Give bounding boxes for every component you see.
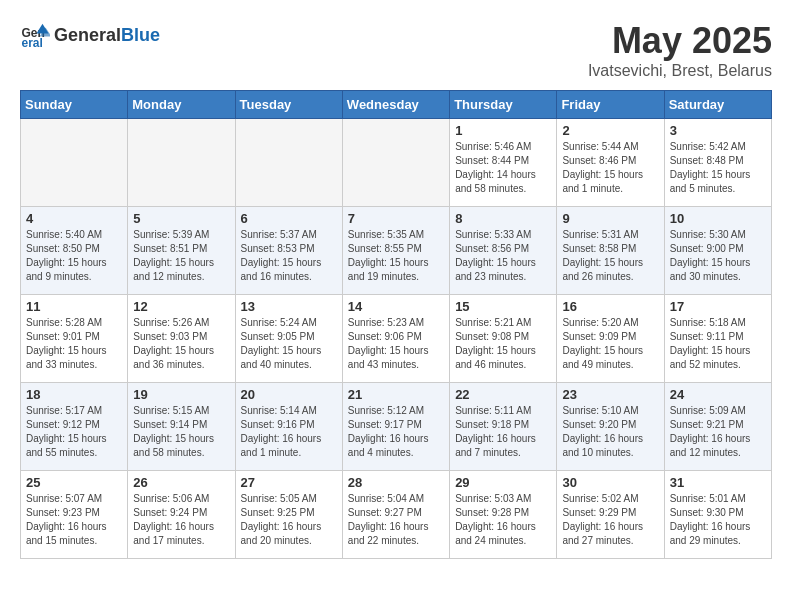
day-number: 4 [26, 211, 122, 226]
day-number: 19 [133, 387, 229, 402]
day-number: 13 [241, 299, 337, 314]
calendar-day-cell: 25Sunrise: 5:07 AM Sunset: 9:23 PM Dayli… [21, 471, 128, 559]
day-number: 30 [562, 475, 658, 490]
day-number: 28 [348, 475, 444, 490]
day-number: 27 [241, 475, 337, 490]
calendar-day-cell: 6Sunrise: 5:37 AM Sunset: 8:53 PM Daylig… [235, 207, 342, 295]
calendar-week-row: 1Sunrise: 5:46 AM Sunset: 8:44 PM Daylig… [21, 119, 772, 207]
day-info: Sunrise: 5:35 AM Sunset: 8:55 PM Dayligh… [348, 228, 444, 284]
day-info: Sunrise: 5:39 AM Sunset: 8:51 PM Dayligh… [133, 228, 229, 284]
calendar-week-row: 25Sunrise: 5:07 AM Sunset: 9:23 PM Dayli… [21, 471, 772, 559]
calendar-header: SundayMondayTuesdayWednesdayThursdayFrid… [21, 91, 772, 119]
day-info: Sunrise: 5:21 AM Sunset: 9:08 PM Dayligh… [455, 316, 551, 372]
calendar-day-cell: 2Sunrise: 5:44 AM Sunset: 8:46 PM Daylig… [557, 119, 664, 207]
calendar-day-cell: 14Sunrise: 5:23 AM Sunset: 9:06 PM Dayli… [342, 295, 449, 383]
calendar-week-row: 11Sunrise: 5:28 AM Sunset: 9:01 PM Dayli… [21, 295, 772, 383]
logo-icon: Gen eral [20, 20, 50, 50]
day-info: Sunrise: 5:26 AM Sunset: 9:03 PM Dayligh… [133, 316, 229, 372]
calendar-day-cell: 18Sunrise: 5:17 AM Sunset: 9:12 PM Dayli… [21, 383, 128, 471]
day-info: Sunrise: 5:23 AM Sunset: 9:06 PM Dayligh… [348, 316, 444, 372]
weekday-header-row: SundayMondayTuesdayWednesdayThursdayFrid… [21, 91, 772, 119]
calendar-day-cell: 22Sunrise: 5:11 AM Sunset: 9:18 PM Dayli… [450, 383, 557, 471]
calendar-day-cell: 20Sunrise: 5:14 AM Sunset: 9:16 PM Dayli… [235, 383, 342, 471]
day-number: 12 [133, 299, 229, 314]
day-info: Sunrise: 5:10 AM Sunset: 9:20 PM Dayligh… [562, 404, 658, 460]
day-number: 18 [26, 387, 122, 402]
page-header: Gen eral GeneralBlue May 2025 Ivatsevich… [20, 20, 772, 80]
title-block: May 2025 Ivatsevichi, Brest, Belarus [588, 20, 772, 80]
calendar-day-cell: 26Sunrise: 5:06 AM Sunset: 9:24 PM Dayli… [128, 471, 235, 559]
calendar-day-cell: 21Sunrise: 5:12 AM Sunset: 9:17 PM Dayli… [342, 383, 449, 471]
day-info: Sunrise: 5:09 AM Sunset: 9:21 PM Dayligh… [670, 404, 766, 460]
calendar-day-cell: 13Sunrise: 5:24 AM Sunset: 9:05 PM Dayli… [235, 295, 342, 383]
calendar-day-cell: 24Sunrise: 5:09 AM Sunset: 9:21 PM Dayli… [664, 383, 771, 471]
day-info: Sunrise: 5:18 AM Sunset: 9:11 PM Dayligh… [670, 316, 766, 372]
day-info: Sunrise: 5:11 AM Sunset: 9:18 PM Dayligh… [455, 404, 551, 460]
day-number: 20 [241, 387, 337, 402]
day-info: Sunrise: 5:17 AM Sunset: 9:12 PM Dayligh… [26, 404, 122, 460]
logo-blue-text: Blue [121, 25, 160, 45]
day-info: Sunrise: 5:42 AM Sunset: 8:48 PM Dayligh… [670, 140, 766, 196]
day-number: 14 [348, 299, 444, 314]
day-info: Sunrise: 5:03 AM Sunset: 9:28 PM Dayligh… [455, 492, 551, 548]
calendar-week-row: 18Sunrise: 5:17 AM Sunset: 9:12 PM Dayli… [21, 383, 772, 471]
logo: Gen eral GeneralBlue [20, 20, 160, 50]
day-number: 7 [348, 211, 444, 226]
calendar-day-cell: 28Sunrise: 5:04 AM Sunset: 9:27 PM Dayli… [342, 471, 449, 559]
calendar-table: SundayMondayTuesdayWednesdayThursdayFrid… [20, 90, 772, 559]
calendar-day-cell: 7Sunrise: 5:35 AM Sunset: 8:55 PM Daylig… [342, 207, 449, 295]
weekday-header-saturday: Saturday [664, 91, 771, 119]
weekday-header-monday: Monday [128, 91, 235, 119]
day-number: 15 [455, 299, 551, 314]
calendar-day-cell: 9Sunrise: 5:31 AM Sunset: 8:58 PM Daylig… [557, 207, 664, 295]
calendar-week-row: 4Sunrise: 5:40 AM Sunset: 8:50 PM Daylig… [21, 207, 772, 295]
calendar-day-cell: 23Sunrise: 5:10 AM Sunset: 9:20 PM Dayli… [557, 383, 664, 471]
calendar-day-cell: 1Sunrise: 5:46 AM Sunset: 8:44 PM Daylig… [450, 119, 557, 207]
day-info: Sunrise: 5:14 AM Sunset: 9:16 PM Dayligh… [241, 404, 337, 460]
day-number: 1 [455, 123, 551, 138]
day-info: Sunrise: 5:07 AM Sunset: 9:23 PM Dayligh… [26, 492, 122, 548]
day-number: 22 [455, 387, 551, 402]
day-info: Sunrise: 5:24 AM Sunset: 9:05 PM Dayligh… [241, 316, 337, 372]
day-info: Sunrise: 5:12 AM Sunset: 9:17 PM Dayligh… [348, 404, 444, 460]
day-number: 29 [455, 475, 551, 490]
weekday-header-sunday: Sunday [21, 91, 128, 119]
day-number: 10 [670, 211, 766, 226]
calendar-day-cell: 27Sunrise: 5:05 AM Sunset: 9:25 PM Dayli… [235, 471, 342, 559]
day-number: 23 [562, 387, 658, 402]
location-subtitle: Ivatsevichi, Brest, Belarus [588, 62, 772, 80]
day-number: 2 [562, 123, 658, 138]
day-number: 5 [133, 211, 229, 226]
month-year-title: May 2025 [588, 20, 772, 62]
calendar-day-cell [235, 119, 342, 207]
calendar-day-cell: 19Sunrise: 5:15 AM Sunset: 9:14 PM Dayli… [128, 383, 235, 471]
calendar-day-cell: 30Sunrise: 5:02 AM Sunset: 9:29 PM Dayli… [557, 471, 664, 559]
calendar-day-cell: 31Sunrise: 5:01 AM Sunset: 9:30 PM Dayli… [664, 471, 771, 559]
weekday-header-tuesday: Tuesday [235, 91, 342, 119]
calendar-day-cell: 12Sunrise: 5:26 AM Sunset: 9:03 PM Dayli… [128, 295, 235, 383]
day-info: Sunrise: 5:01 AM Sunset: 9:30 PM Dayligh… [670, 492, 766, 548]
day-number: 8 [455, 211, 551, 226]
calendar-day-cell [128, 119, 235, 207]
day-number: 24 [670, 387, 766, 402]
day-info: Sunrise: 5:20 AM Sunset: 9:09 PM Dayligh… [562, 316, 658, 372]
day-number: 31 [670, 475, 766, 490]
svg-text:eral: eral [22, 36, 43, 50]
day-info: Sunrise: 5:40 AM Sunset: 8:50 PM Dayligh… [26, 228, 122, 284]
day-info: Sunrise: 5:31 AM Sunset: 8:58 PM Dayligh… [562, 228, 658, 284]
day-info: Sunrise: 5:28 AM Sunset: 9:01 PM Dayligh… [26, 316, 122, 372]
day-info: Sunrise: 5:06 AM Sunset: 9:24 PM Dayligh… [133, 492, 229, 548]
day-info: Sunrise: 5:02 AM Sunset: 9:29 PM Dayligh… [562, 492, 658, 548]
day-number: 25 [26, 475, 122, 490]
day-number: 9 [562, 211, 658, 226]
day-number: 21 [348, 387, 444, 402]
day-number: 6 [241, 211, 337, 226]
day-info: Sunrise: 5:15 AM Sunset: 9:14 PM Dayligh… [133, 404, 229, 460]
day-info: Sunrise: 5:46 AM Sunset: 8:44 PM Dayligh… [455, 140, 551, 196]
calendar-day-cell: 3Sunrise: 5:42 AM Sunset: 8:48 PM Daylig… [664, 119, 771, 207]
day-number: 11 [26, 299, 122, 314]
day-info: Sunrise: 5:05 AM Sunset: 9:25 PM Dayligh… [241, 492, 337, 548]
calendar-day-cell: 11Sunrise: 5:28 AM Sunset: 9:01 PM Dayli… [21, 295, 128, 383]
day-info: Sunrise: 5:33 AM Sunset: 8:56 PM Dayligh… [455, 228, 551, 284]
day-info: Sunrise: 5:04 AM Sunset: 9:27 PM Dayligh… [348, 492, 444, 548]
